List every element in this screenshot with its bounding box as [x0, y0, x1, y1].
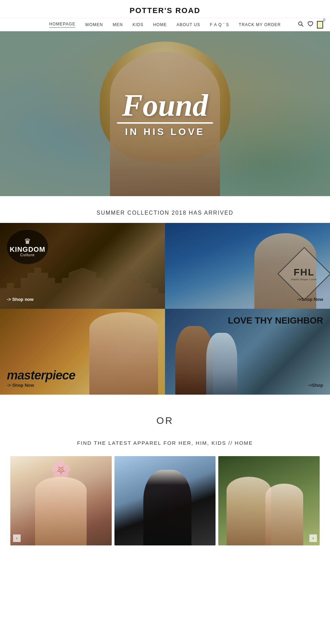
masterpiece-shop-now[interactable]: -> Shop Now	[7, 383, 158, 388]
product-row: 🌸 ‹ ›	[0, 456, 330, 545]
hero-underline	[117, 122, 213, 124]
product-card-him[interactable]	[114, 456, 216, 545]
panel-love-neighbor[interactable]: LOVE THY NEIGHBOR ->Shop	[165, 309, 330, 395]
search-icon[interactable]	[298, 21, 304, 29]
or-text: OR	[0, 415, 330, 426]
panel-kingdom[interactable]: ♛ KINGDOM Culture -> Shop now	[0, 223, 165, 309]
hero-banner: Found IN HIS LOVE	[0, 31, 330, 196]
fhl-wrapper: FHL Faith.Hope.Love ->Shop Now	[285, 255, 323, 302]
collection-title: SUMMER COLLECTION 2018 HAS ARRIVED	[0, 210, 330, 216]
him-person	[143, 470, 191, 545]
site-header: POTTER'S ROAD	[0, 0, 330, 18]
svg-point-0	[299, 22, 302, 25]
apparel-section: FIND THE LATEST APPAREL FOR HER, HIM, KI…	[0, 437, 330, 556]
cart-box	[317, 21, 323, 29]
nav-kids[interactable]: KIDS	[132, 22, 143, 27]
nav-track[interactable]: TRACK MY ORDER	[239, 22, 281, 27]
nav-about[interactable]: ABOUT US	[176, 22, 200, 27]
kids-person2	[265, 484, 303, 545]
svg-line-1	[302, 25, 304, 26]
hero-text: Found IN HIS LOVE	[117, 90, 213, 137]
nav-home[interactable]: HOME	[153, 22, 167, 27]
fhl-main-text: FHL	[292, 267, 317, 278]
panel-fhl[interactable]: FHL Faith.Hope.Love ->Shop Now	[165, 223, 330, 309]
nav-men[interactable]: MEN	[113, 22, 123, 27]
nav-homepage[interactable]: HOMEPAGE	[49, 22, 75, 28]
panel-fhl-content: FHL Faith.Hope.Love ->Shop Now	[165, 223, 330, 309]
kingdom-sub: Culture	[20, 253, 35, 257]
wishlist-icon[interactable]	[307, 21, 314, 29]
her-prev-btn[interactable]: ‹	[13, 534, 21, 542]
masterpiece-brand: masterpiece	[7, 368, 158, 383]
cart-count: 0	[323, 18, 325, 22]
panel-masterpiece[interactable]: masterpiece -> Shop Now	[0, 309, 165, 395]
kids-person1	[227, 477, 271, 545]
fhl-inner: FHL Faith.Hope.Love	[292, 267, 317, 281]
site-title: POTTER'S ROAD	[0, 6, 330, 15]
panel-kingdom-content: ♛ KINGDOM Culture -> Shop now	[0, 223, 165, 309]
product-card-her[interactable]: 🌸 ‹	[10, 456, 112, 545]
love-title: LOVE THY NEIGHBOR	[172, 316, 323, 326]
collection-section: SUMMER COLLECTION 2018 HAS ARRIVED	[0, 196, 330, 223]
panel-masterpiece-content: masterpiece -> Shop Now	[0, 309, 165, 395]
hero-found-text: Found	[117, 90, 213, 121]
nav-links: HOMEPAGE WOMEN MEN KIDS HOME ABOUT US F …	[7, 22, 323, 28]
nav-icons: 0	[298, 21, 323, 29]
main-nav: HOMEPAGE WOMEN MEN KIDS HOME ABOUT US F …	[0, 18, 330, 31]
cart-icon[interactable]: 0	[317, 21, 323, 29]
shop-panels: ♛ KINGDOM Culture -> Shop now FHL Faith.…	[0, 223, 330, 395]
crown-icon: ♛	[24, 237, 31, 246]
nav-faqs[interactable]: F A Q ' S	[210, 22, 229, 27]
kingdom-shop-now[interactable]: -> Shop now	[7, 297, 158, 302]
fhl-diamond: FHL Faith.Hope.Love	[277, 247, 330, 301]
love-shop-now[interactable]: ->Shop	[172, 383, 323, 388]
panel-love-content: LOVE THY NEIGHBOR ->Shop	[165, 309, 330, 395]
fhl-tagline: Faith.Hope.Love	[292, 278, 317, 281]
masterpiece-text: masterpiece	[7, 368, 158, 383]
or-section: OR	[0, 395, 330, 437]
kingdom-brand: KINGDOM	[10, 246, 45, 253]
apparel-title: FIND THE LATEST APPAREL FOR HER, HIM, KI…	[0, 440, 330, 446]
kids-next-btn[interactable]: ›	[309, 534, 317, 542]
product-card-kids[interactable]: ›	[218, 456, 320, 545]
hero-subtitle: IN HIS LOVE	[125, 126, 205, 137]
kingdom-logo: ♛ KINGDOM Culture	[7, 230, 48, 264]
her-person	[35, 477, 87, 545]
nav-women[interactable]: WOMEN	[85, 22, 103, 27]
